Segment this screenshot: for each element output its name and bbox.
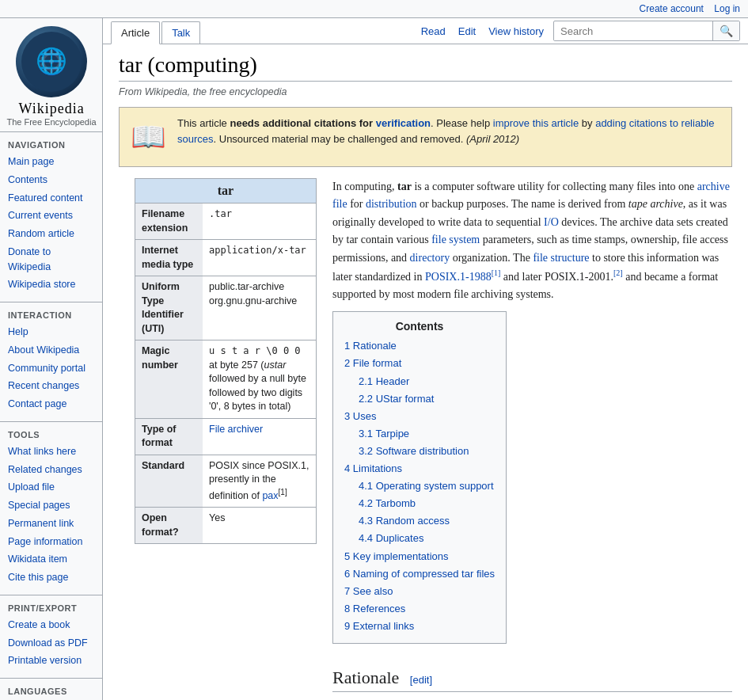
toc-link-7[interactable]: 7 See also	[344, 585, 393, 597]
sidebar-item-cite[interactable]: Cite this page	[0, 569, 102, 587]
toc-item-4: 4 Limitations	[344, 460, 495, 477]
sidebar-item-permanent[interactable]: Permanent link	[0, 515, 102, 533]
content-area: Article Talk Read Edit View history 🔍 ta…	[103, 18, 748, 700]
improve-article-link[interactable]: improve this article	[493, 117, 579, 129]
view-history-button[interactable]: View history	[485, 22, 547, 40]
toc-link-4-2[interactable]: 4.2 Tarbomb	[359, 497, 416, 509]
toc-item-4-2: 4.2 Tarbomb	[359, 495, 495, 512]
toc-item-1: 1 Rationale	[344, 337, 495, 355]
citation-icon: 📖	[131, 116, 166, 158]
sidebar-item-create-book[interactable]: Create a book	[0, 616, 102, 634]
logo-title: Wikipedia	[6, 101, 96, 117]
sidebar-item-printable[interactable]: Printable version	[0, 652, 102, 670]
sidebar-item-donate[interactable]: Donate to Wikipedia	[0, 243, 102, 276]
toc-item-9: 9 External links	[344, 618, 495, 635]
sidebar: 🌐 Wikipedia The Free Encyclopedia Naviga…	[0, 18, 103, 700]
toc-link-2[interactable]: 2 File format	[344, 357, 401, 369]
tab-left: Article Talk	[111, 18, 418, 44]
tab-right: Read Edit View history 🔍	[418, 21, 740, 41]
sidebar-languages-section: Languages العربية Català Čeština Deutsch…	[0, 683, 102, 700]
infobox-label-type: Type of format	[135, 419, 203, 455]
sidebar-item-page-info[interactable]: Page information	[0, 533, 102, 551]
toc-link-4-1[interactable]: 4.1 Operating system support	[359, 480, 494, 492]
edit-button[interactable]: Edit	[455, 22, 479, 40]
svg-text:🌐: 🌐	[36, 46, 67, 76]
languages-section-title: Languages	[0, 683, 102, 699]
infobox-title: tar	[135, 179, 316, 203]
sidebar-print-section: Print/export Create a book Download as P…	[0, 600, 102, 670]
io-link[interactable]: I/O	[544, 216, 559, 228]
file-structure-link[interactable]: file structure	[533, 252, 589, 264]
citation-text: This article needs additional citations …	[177, 116, 720, 146]
toc-sub-4: 4.1 Operating system support 4.2 Tarbomb…	[359, 477, 495, 547]
sidebar-item-main-page[interactable]: Main page	[0, 153, 102, 171]
sidebar-item-help[interactable]: Help	[0, 323, 102, 341]
sidebar-item-about[interactable]: About Wikipedia	[0, 341, 102, 360]
infobox-value-filename: .tar	[203, 204, 316, 239]
ref1[interactable]: [1]	[492, 268, 501, 277]
sidebar-item-recent[interactable]: Recent changes	[0, 377, 102, 395]
sidebar-nav-section: Navigation Main page Contents Featured c…	[0, 137, 102, 294]
toc-item-3-1: 3.1 Tarpipe	[359, 425, 495, 443]
toc-link-3-1[interactable]: 3.1 Tarpipe	[359, 428, 409, 439]
toc-link-2-1[interactable]: 2.1 Header	[359, 375, 409, 387]
sidebar-item-community[interactable]: Community portal	[0, 360, 102, 378]
infobox-row-open: Open format? Yes	[135, 507, 316, 543]
article: tar (computing) From Wikipedia, the free…	[103, 44, 748, 700]
toc-link-3[interactable]: 3 Uses	[344, 410, 376, 422]
rationale-edit-link[interactable]: [edit]	[410, 674, 432, 686]
toc-link-4-3[interactable]: 4.3 Random access	[359, 515, 450, 527]
page-tabs: Article Talk Read Edit View history 🔍	[103, 18, 748, 44]
distribution-link[interactable]: distribution	[366, 198, 417, 210]
toc-item-3-2: 3.2 Software distribution	[359, 443, 495, 460]
sidebar-item-current-events[interactable]: Current events	[0, 207, 102, 225]
toc-link-4[interactable]: 4 Limitations	[344, 462, 402, 474]
sidebar-item-contents[interactable]: Contents	[0, 171, 102, 189]
tab-talk[interactable]: Talk	[161, 21, 200, 44]
create-account-link[interactable]: Create account	[640, 3, 704, 14]
infobox-label-standard: Standard	[135, 455, 203, 508]
sidebar-item-what-links[interactable]: What links here	[0, 443, 102, 461]
sidebar-item-featured[interactable]: Featured content	[0, 189, 102, 207]
directory-link[interactable]: directory	[410, 252, 450, 264]
sidebar-item-upload[interactable]: Upload file	[0, 478, 102, 496]
file-archiver-link[interactable]: File archiver	[209, 424, 263, 435]
sidebar-item-download-pdf[interactable]: Download as PDF	[0, 634, 102, 652]
sidebar-item-related-changes[interactable]: Related changes	[0, 461, 102, 479]
toc-link-9[interactable]: 9 External links	[344, 620, 414, 632]
sidebar-tools-section: Tools What links here Related changes Up…	[0, 427, 102, 587]
toc-link-4-4[interactable]: 4.4 Duplicates	[359, 532, 423, 544]
contents-title: Contents	[344, 320, 495, 333]
wikipedia-logo: 🌐	[16, 26, 87, 97]
citation-box: 📖 This article needs additional citation…	[119, 107, 732, 167]
search-input[interactable]	[554, 22, 712, 40]
toc-item-4-1: 4.1 Operating system support	[359, 477, 495, 495]
log-in-link[interactable]: Log in	[714, 3, 740, 14]
sidebar-item-special[interactable]: Special pages	[0, 496, 102, 515]
toc-link-1[interactable]: 1 Rationale	[344, 340, 397, 352]
sidebar-item-random[interactable]: Random article	[0, 225, 102, 243]
pax-link[interactable]: pax	[262, 490, 278, 501]
tab-article[interactable]: Article	[111, 21, 160, 44]
toc-sub-2: 2.1 Header 2.2 UStar format	[359, 373, 495, 408]
sidebar-item-wikidata[interactable]: Wikidata item	[0, 550, 102, 569]
infobox-label-uti: Uniform Type Identifier (UTI)	[135, 276, 203, 340]
posix-link[interactable]: POSIX.1-1988	[425, 271, 492, 283]
search-button[interactable]: 🔍	[712, 21, 739, 40]
toc-link-5[interactable]: 5 Key implementations	[344, 550, 449, 562]
toc-link-8[interactable]: 8 References	[344, 603, 405, 614]
read-button[interactable]: Read	[418, 22, 449, 40]
sidebar-item-store[interactable]: Wikipedia store	[0, 276, 102, 294]
intro-paragraph: In computing, tar is a computer software…	[332, 178, 732, 303]
filesystem-link[interactable]: file system	[431, 234, 480, 245]
logo-text: Wikipedia The Free Encyclopedia	[6, 101, 96, 127]
toc-link-2-2[interactable]: 2.2 UStar format	[359, 393, 434, 405]
toc-link-6[interactable]: 6 Naming of compressed tar files	[344, 568, 495, 580]
sidebar-interaction-section: Interaction Help About Wikipedia Communi…	[0, 307, 102, 413]
toc-link-3-2[interactable]: 3.2 Software distribution	[359, 445, 469, 457]
sidebar-item-contact[interactable]: Contact page	[0, 395, 102, 413]
verification-link[interactable]: verification	[376, 117, 431, 129]
ref2[interactable]: [2]	[613, 268, 623, 277]
toc-item-2-1: 2.1 Header	[359, 373, 495, 390]
rationale-edit-anchor[interactable]: [edit]	[410, 674, 432, 686]
